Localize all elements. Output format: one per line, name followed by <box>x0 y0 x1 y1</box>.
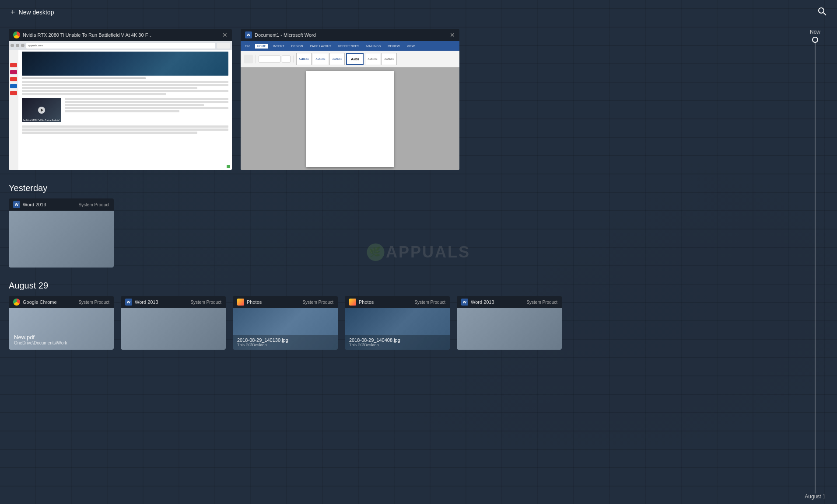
style-heading2[interactable]: AaBbCc <box>329 53 345 65</box>
now-section: Nvidia RTX 2080 Ti Unable To Run Battlef… <box>9 29 793 170</box>
chrome-window-header: Nvidia RTX 2080 Ti Unable To Run Battlef… <box>9 29 232 41</box>
chrome-app-icon <box>13 31 20 38</box>
tab-references[interactable]: REFERENCES <box>336 44 361 49</box>
chrome-btn-back <box>11 44 14 47</box>
aug29-photos2-card[interactable]: Photos System Product 2018-08-29_140408.… <box>345 296 450 350</box>
svg-point-0 <box>819 8 824 13</box>
aug29-photos2-preview: 2018-08-29_140408.jpg This PC\Desktop <box>345 308 450 350</box>
ribbon-btn-paste[interactable] <box>244 55 253 63</box>
aug29-word-app: Word 2013 <box>135 299 158 305</box>
aug29-chrome-sys: System Product <box>78 300 109 305</box>
aug29-word-sys: System Product <box>190 300 221 305</box>
article-caption <box>22 77 228 79</box>
video-embed[interactable]: Battlefield 5 RTX: Full Ray Tracing Anal… <box>22 98 61 122</box>
aug29-photos2-sys: System Product <box>414 300 445 305</box>
chrome-close-button[interactable]: ✕ <box>222 31 228 38</box>
aug29-word2-icon: W <box>461 299 468 306</box>
tab-view[interactable]: VIEW <box>405 44 417 49</box>
style-aabi[interactable]: AaBi <box>346 53 364 65</box>
pdf-title: New.pdf <box>14 334 109 341</box>
article-text-block-2 <box>22 125 228 134</box>
aug29-chrome-card[interactable]: Google Chrome System Product New.pdf One… <box>9 296 114 350</box>
aug29-word-preview <box>121 308 226 350</box>
new-desktop-label: New desktop <box>19 9 54 16</box>
word-page <box>306 71 394 167</box>
word-toolbar: File HOME INSERT DESIGN PAGE LAYOUT REFE… <box>241 41 459 67</box>
tab-home[interactable]: HOME <box>255 44 268 49</box>
svg-line-1 <box>823 13 826 15</box>
tab-review[interactable]: REVIEW <box>386 44 402 49</box>
aug29-word-header: W Word 2013 System Product <box>121 296 226 308</box>
play-button[interactable] <box>38 107 45 114</box>
article-text-right <box>65 98 228 124</box>
ribbon-font: Calibri 11 <box>259 56 294 63</box>
style-other2[interactable]: AaBbCc <box>382 53 397 65</box>
aug29-word2-left: W Word 2013 <box>461 299 494 306</box>
video-title: Battlefield 5 RTX: Full Ray Tracing Anal… <box>23 119 60 121</box>
aug29-word2-app: Word 2013 <box>471 299 494 305</box>
photos1-path: This PC\Desktop <box>237 343 333 347</box>
word-window-card[interactable]: W Document1 - Microsoft Word ✕ File HOME… <box>241 29 459 170</box>
style-other1[interactable]: AaBbCc <box>365 53 380 65</box>
aug29-photos1-sys: System Product <box>302 300 333 305</box>
yesterday-section: Yesterday W Word 2013 System Product <box>9 183 793 268</box>
tab-mailings[interactable]: MAILINGS <box>364 44 382 49</box>
aug29-word2-card[interactable]: W Word 2013 System Product <box>457 296 562 350</box>
video-section: Battlefield 5 RTX: Full Ray Tracing Anal… <box>22 98 228 124</box>
tab-design[interactable]: DESIGN <box>290 44 305 49</box>
word-header-left: W Document1 - Microsoft Word <box>245 31 316 38</box>
aug29-photos1-card[interactable]: Photos System Product 2018-08-29_140130.… <box>233 296 338 350</box>
aug29-chrome-header: Google Chrome System Product <box>9 296 114 308</box>
timeline-dot <box>812 37 818 43</box>
yesterday-word-icon: W <box>13 201 20 208</box>
timeline: Now August 1 <box>802 24 828 504</box>
chrome-preview: appuals.com <box>9 41 232 170</box>
aug29-chrome-app: Google Chrome <box>23 299 57 305</box>
yesterday-cards: W Word 2013 System Product <box>9 198 793 268</box>
tab-insert[interactable]: INSERT <box>271 44 286 49</box>
font-size[interactable]: 11 <box>282 56 291 63</box>
font-selector[interactable]: Calibri <box>259 56 280 63</box>
tab-file[interactable]: File <box>243 44 252 49</box>
aug29-word2-sys: System Product <box>526 300 557 305</box>
search-button[interactable] <box>818 7 826 18</box>
sidebar-pill-3 <box>10 77 17 81</box>
aug29-word2-header: W Word 2013 System Product <box>457 296 562 308</box>
yesterday-word-app: Word 2013 <box>23 202 46 207</box>
aug29-word-left: W Word 2013 <box>125 299 158 306</box>
august29-label: August 29 <box>9 281 793 291</box>
photos2-title: 2018-08-29_140408.jpg <box>349 337 445 343</box>
ribbon-clipboard <box>244 55 256 63</box>
yesterday-word-card[interactable]: W Word 2013 System Product <box>9 198 114 268</box>
chrome-url: appuals.com <box>28 44 43 47</box>
chrome-page-sidebar <box>9 50 18 170</box>
chrome-corner-indicator <box>227 165 230 168</box>
chrome-window-card[interactable]: Nvidia RTX 2080 Ti Unable To Run Battlef… <box>9 29 232 170</box>
chrome-btn-fwd <box>16 44 19 47</box>
aug29-pdf-preview: New.pdf OneDrive\Documents\Work <box>9 308 114 350</box>
word-ribbon-content: Calibri 11 AaBbCc AaBbCc AaBbCc AaBi AaB… <box>241 51 459 67</box>
yesterday-word-header: W Word 2013 System Product <box>9 198 114 211</box>
chrome-address-bar[interactable]: appuals.com <box>26 43 215 49</box>
sidebar-pill-5 <box>10 91 17 95</box>
yesterday-label: Yesterday <box>9 183 793 193</box>
top-bar: + New desktop <box>0 0 837 24</box>
word-close-button[interactable]: ✕ <box>450 31 455 38</box>
style-heading1[interactable]: AaBbCc <box>313 53 328 65</box>
aug29-photos1-left: Photos <box>237 299 262 306</box>
chrome-extensions <box>217 43 230 49</box>
plus-icon: + <box>11 8 15 17</box>
word-ribbon-tabs: File HOME INSERT DESIGN PAGE LAYOUT REFE… <box>241 41 459 51</box>
play-icon <box>41 108 43 112</box>
article-text-block-1 <box>22 81 228 95</box>
style-normal[interactable]: AaBbCc <box>296 53 312 65</box>
chrome-header-left: Nvidia RTX 2080 Ti Unable To Run Battlef… <box>13 31 154 38</box>
tab-page-layout[interactable]: PAGE LAYOUT <box>308 44 333 49</box>
new-desktop-button[interactable]: + New desktop <box>11 8 54 17</box>
aug29-word-card[interactable]: W Word 2013 System Product <box>121 296 226 350</box>
august29-cards: Google Chrome System Product New.pdf One… <box>9 296 793 350</box>
yesterday-word-header-left: W Word 2013 <box>13 201 46 208</box>
chrome-window-title: Nvidia RTX 2080 Ti Unable To Run Battlef… <box>23 32 154 38</box>
article-hero-image <box>22 52 228 76</box>
timeline-now-label: Now <box>810 29 820 35</box>
